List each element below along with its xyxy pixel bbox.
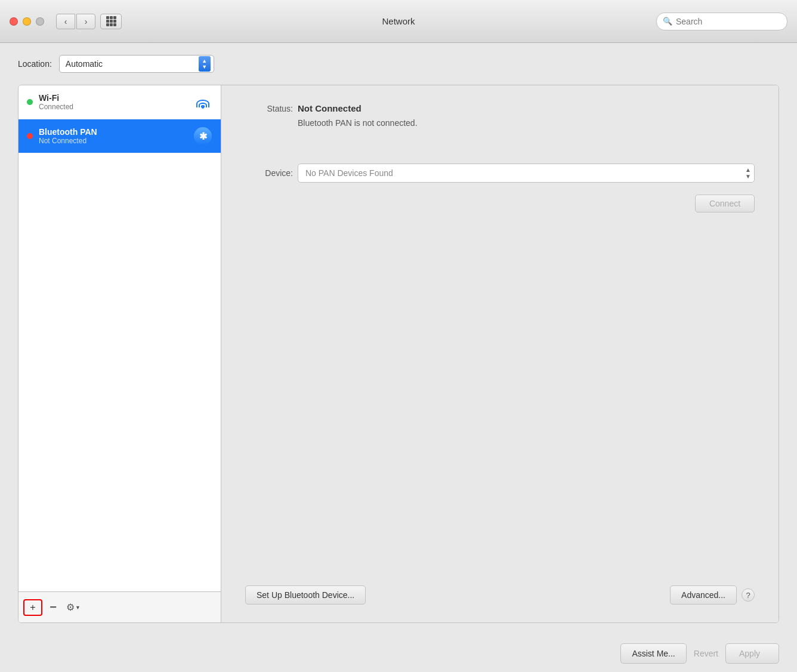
wifi-status: Connected [39, 103, 193, 111]
detail-spacer [245, 212, 755, 574]
window-title: Network [382, 16, 415, 26]
status-row: Status: Not Connected [245, 103, 755, 113]
connect-button[interactable]: Connect [695, 195, 755, 212]
sidebar-list: Wi-Fi Connected [18, 85, 221, 591]
status-description: Bluetooth PAN is not connected. [298, 118, 755, 128]
device-select[interactable]: No PAN Devices Found [298, 164, 755, 183]
nav-buttons: ‹ › [56, 14, 95, 29]
main-content: Location: Automatic ▲ ▼ Wi-Fi [0, 43, 797, 635]
wifi-name: Wi-Fi [39, 93, 193, 103]
assist-me-button[interactable]: Assist Me... [620, 643, 686, 664]
bottom-right-buttons: Advanced... ? [670, 585, 755, 605]
traffic-lights [10, 17, 44, 26]
forward-button[interactable]: › [76, 14, 95, 29]
connect-btn-row: Connect [245, 195, 755, 212]
minimize-button[interactable] [23, 17, 31, 26]
grid-icon [106, 16, 116, 26]
network-panel: Wi-Fi Connected [18, 85, 779, 623]
device-row: Device: No PAN Devices Found ▲ ▼ [245, 164, 755, 183]
bluetooth-icon-wrapper: ✱ [193, 127, 212, 146]
device-label: Device: [245, 168, 293, 178]
remove-network-button[interactable]: − [44, 599, 63, 616]
bottom-left-buttons: Set Up Bluetooth Device... [245, 585, 366, 605]
search-icon: 🔍 [663, 17, 672, 26]
location-select-wrapper: Automatic ▲ ▼ [59, 55, 214, 73]
gear-menu-button[interactable]: ⚙ ▼ [64, 599, 83, 616]
revert-button[interactable]: Revert [694, 649, 718, 658]
status-label: Status: [245, 104, 293, 113]
status-section: Status: Not Connected Bluetooth PAN is n… [245, 103, 755, 128]
location-label: Location: [18, 59, 52, 69]
sidebar-item-wifi[interactable]: Wi-Fi Connected [18, 85, 221, 119]
detail-bottom-buttons: Set Up Bluetooth Device... Advanced... ? [245, 585, 755, 605]
advanced-button[interactable]: Advanced... [670, 585, 737, 605]
sidebar-toolbar: + − ⚙ ▼ [18, 591, 221, 622]
add-network-button[interactable]: + [23, 599, 42, 616]
gear-chevron-icon: ▼ [75, 605, 81, 611]
grid-button[interactable] [100, 14, 122, 29]
help-button[interactable]: ? [742, 588, 755, 602]
plus-icon: + [30, 602, 35, 613]
gear-icon: ⚙ [66, 602, 75, 613]
device-select-wrapper: No PAN Devices Found ▲ ▼ [298, 164, 755, 183]
back-button[interactable]: ‹ [56, 14, 75, 29]
bluetooth-pan-status: Not Connected [39, 137, 193, 145]
setup-bluetooth-button[interactable]: Set Up Bluetooth Device... [245, 585, 366, 605]
bluetooth-status-dot [27, 133, 33, 139]
location-select[interactable]: Automatic [59, 55, 214, 73]
titlebar: ‹ › Network 🔍 [0, 0, 797, 43]
minus-icon: − [50, 600, 57, 614]
search-input[interactable] [676, 17, 781, 26]
action-bar: Assist Me... Revert Apply [0, 635, 797, 672]
wifi-status-dot [27, 99, 33, 105]
status-value: Not Connected [298, 103, 362, 113]
wifi-icon [193, 93, 212, 112]
location-row: Location: Automatic ▲ ▼ [18, 55, 779, 73]
sidebar: Wi-Fi Connected [18, 85, 221, 622]
maximize-button[interactable] [36, 17, 44, 26]
apply-button[interactable]: Apply [725, 643, 779, 664]
bluetooth-icon: ✱ [199, 131, 207, 142]
bluetooth-pan-name: Bluetooth PAN [39, 127, 193, 137]
close-button[interactable] [10, 17, 18, 26]
sidebar-item-bluetooth-pan[interactable]: Bluetooth PAN Not Connected ✱ [18, 119, 221, 153]
detail-panel: Status: Not Connected Bluetooth PAN is n… [221, 85, 779, 622]
search-box[interactable]: 🔍 [656, 13, 787, 30]
